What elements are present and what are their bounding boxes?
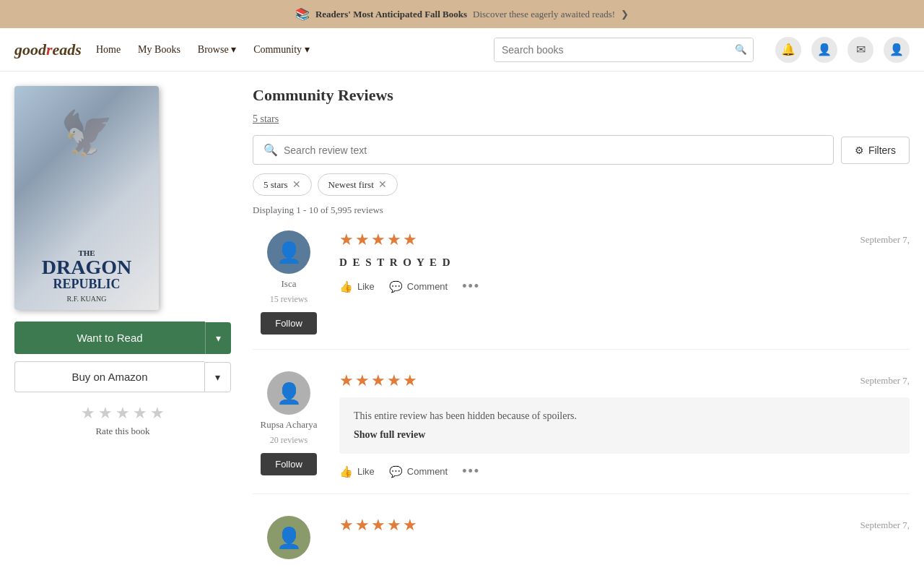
buy-amazon-dropdown-button[interactable]: ▾ <box>204 362 231 392</box>
star-3[interactable]: ★ <box>116 404 130 423</box>
nav-community[interactable]: Community ▾ <box>253 43 309 56</box>
star-5[interactable]: ★ <box>150 404 165 423</box>
review-star: ★ <box>403 371 417 390</box>
reviewer-avatar-1: 👤 <box>267 230 310 274</box>
star-4[interactable]: ★ <box>133 404 147 423</box>
filter-tag-newest: Newest first ✕ <box>318 173 398 196</box>
logo-text: goodreads <box>14 40 82 59</box>
review-star: ★ <box>387 516 401 535</box>
messages-icon[interactable]: ✉ <box>847 37 873 63</box>
reviewer-avatar-2: 👤 <box>267 371 310 415</box>
review-search-input[interactable] <box>284 144 823 156</box>
filter-tag-stars-label: 5 stars <box>263 179 288 191</box>
reviewer-name-1[interactable]: Isca <box>282 278 297 290</box>
profile-icon[interactable]: 👤 <box>884 37 910 63</box>
search-input[interactable] <box>494 38 753 61</box>
review-card-2: 👤 Rupsa Acharya 20 reviews Follow ★ ★ ★ … <box>253 371 910 494</box>
buy-amazon-button[interactable]: Buy on Amazon <box>14 361 204 392</box>
buy-amazon-group: Buy on Amazon ▾ <box>14 361 231 392</box>
review-stars-1: ★ ★ ★ ★ ★ <box>339 230 417 249</box>
review-star: ★ <box>339 230 354 249</box>
filter-tag-newest-label: Newest first <box>328 179 374 191</box>
like-icon: 👍 <box>339 280 353 293</box>
community-reviews-title: Community Reviews <box>253 86 910 105</box>
review-star: ★ <box>403 230 417 249</box>
filter-tag-stars-remove[interactable]: ✕ <box>292 178 301 191</box>
review-star: ★ <box>339 371 354 390</box>
review-card: 👤 Isca 15 reviews Follow ★ ★ ★ ★ ★ Septe… <box>253 230 910 350</box>
review-star: ★ <box>355 516 370 535</box>
left-sidebar: 🦅 THE DRAGON REPUBLIC R.F. KUANG Want to… <box>14 86 231 578</box>
top-banner: 📚 Readers' Most Anticipated Fall Books D… <box>0 0 924 28</box>
review-date-2: September 7, <box>860 375 910 387</box>
banner-book-icon: 📚 <box>295 7 310 21</box>
active-filters: 5 stars ✕ Newest first ✕ <box>253 173 910 196</box>
review-text-1: D E S T R O Y E D <box>339 256 910 269</box>
star-rating: ★ ★ ★ ★ ★ <box>14 404 231 423</box>
filters-button[interactable]: ⚙ Filters <box>841 137 910 164</box>
more-button-2[interactable]: ••• <box>462 464 480 479</box>
review-card-3: 👤 ★ ★ ★ ★ ★ September 7, <box>253 516 910 574</box>
like-button-1[interactable]: 👍 Like <box>339 280 375 293</box>
review-content-3: ★ ★ ★ ★ ★ September 7, <box>339 516 910 559</box>
more-button-1[interactable]: ••• <box>462 279 480 294</box>
review-header-2: ★ ★ ★ ★ ★ September 7, <box>339 371 910 390</box>
review-star: ★ <box>339 516 354 535</box>
review-star: ★ <box>355 371 370 390</box>
review-stars-3: ★ ★ ★ ★ ★ <box>339 516 417 535</box>
want-to-read-group: Want to Read ▾ <box>14 322 231 354</box>
reviewer-name-2[interactable]: Rupsa Acharya <box>260 419 317 431</box>
nav-links: Home My Books Browse ▾ Community ▾ <box>96 43 479 56</box>
like-label-2: Like <box>357 466 375 477</box>
comment-icon: 💬 <box>389 280 403 293</box>
star-1[interactable]: ★ <box>81 404 95 423</box>
filters-icon: ⚙ <box>855 144 864 156</box>
filter-stars-link[interactable]: 5 stars <box>253 113 279 125</box>
review-spoiler-box: This entire review has been hidden becau… <box>339 397 910 454</box>
nav-my-books[interactable]: My Books <box>138 44 180 56</box>
review-stars-2: ★ ★ ★ ★ ★ <box>339 371 417 390</box>
like-label: Like <box>357 281 375 292</box>
rate-label: Rate this book <box>14 426 231 437</box>
nav-home[interactable]: Home <box>96 44 121 56</box>
review-search-box: 🔍 <box>253 135 834 165</box>
like-button-2[interactable]: 👍 Like <box>339 465 375 478</box>
review-content-1: ★ ★ ★ ★ ★ September 7, D E S T R O Y E D… <box>339 230 910 335</box>
comment-button-1[interactable]: 💬 Comment <box>389 280 448 293</box>
comment-icon-2: 💬 <box>389 465 403 478</box>
filter-tag-newest-remove[interactable]: ✕ <box>378 178 387 191</box>
filters-label: Filters <box>868 144 896 156</box>
notifications-icon[interactable]: 🔔 <box>775 37 801 63</box>
spoiler-text: This entire review has been hidden becau… <box>354 410 895 422</box>
comment-button-2[interactable]: 💬 Comment <box>389 465 448 478</box>
review-actions-1: 👍 Like 💬 Comment ••• <box>339 279 910 294</box>
reviews-area: Community Reviews 5 stars 🔍 ⚙ Filters 5 … <box>253 86 910 578</box>
navbar: goodreads Home My Books Browse ▾ Communi… <box>0 28 924 72</box>
banner-arrow-icon[interactable]: ❯ <box>621 9 629 20</box>
book-cover: 🦅 THE DRAGON REPUBLIC R.F. KUANG <box>14 86 159 310</box>
star-2[interactable]: ★ <box>98 404 113 423</box>
follow-button-2[interactable]: Follow <box>261 453 317 475</box>
review-header-1: ★ ★ ★ ★ ★ September 7, <box>339 230 910 249</box>
follow-button-1[interactable]: Follow <box>261 312 317 335</box>
review-actions-2: 👍 Like 💬 Comment ••• <box>339 464 910 479</box>
want-to-read-dropdown-button[interactable]: ▾ <box>205 322 231 354</box>
friends-icon[interactable]: 👤 <box>811 37 837 63</box>
review-date-3: September 7, <box>860 519 910 531</box>
logo[interactable]: goodreads <box>14 40 82 59</box>
search-icon[interactable]: 🔍 <box>735 44 747 55</box>
want-to-read-button[interactable]: Want to Read <box>14 322 205 354</box>
review-star: ★ <box>371 371 385 390</box>
reviewer-avatar-3: 👤 <box>267 516 310 559</box>
reviewer-left-3: 👤 <box>253 516 325 559</box>
review-star: ★ <box>387 230 401 249</box>
review-star: ★ <box>371 230 385 249</box>
show-full-review-link[interactable]: Show full review <box>354 429 425 440</box>
search-bar: 🔍 <box>494 38 754 62</box>
nav-browse[interactable]: Browse ▾ <box>198 43 236 56</box>
banner-discover-text: Discover these eagerly awaited reads! <box>473 9 615 20</box>
review-content-2: ★ ★ ★ ★ ★ September 7, This entire revie… <box>339 371 910 479</box>
reviewer-reviews-1: 15 reviews <box>270 294 308 305</box>
displaying-text: Displaying 1 - 10 of 5,995 reviews <box>253 204 910 216</box>
review-header-3: ★ ★ ★ ★ ★ September 7, <box>339 516 910 535</box>
